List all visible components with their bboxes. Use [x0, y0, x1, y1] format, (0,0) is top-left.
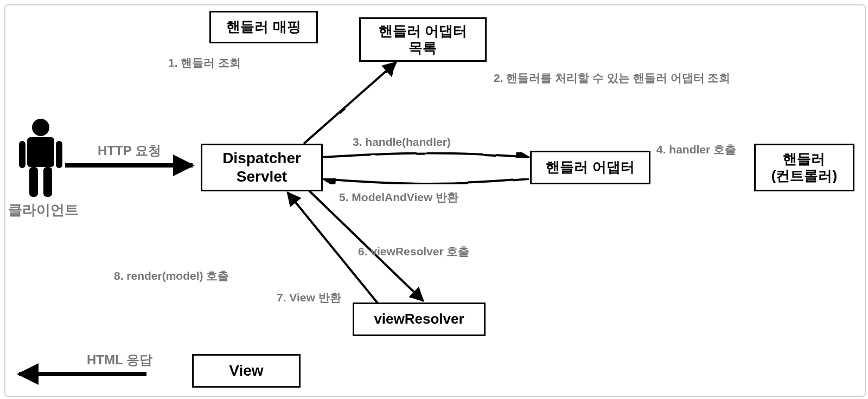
label-step-5: 5. ModelAndView 반환 — [339, 190, 458, 205]
svg-rect-4 — [29, 167, 38, 197]
svg-rect-2 — [19, 141, 25, 168]
node-dispatcher-l2: Servlet — [222, 168, 301, 186]
node-handler-l2: (컨트롤러) — [771, 168, 837, 184]
label-step-4: 4. handler 호출 — [656, 142, 736, 157]
label-step-1: 1. 핸들러 조회 — [168, 55, 241, 70]
svg-rect-1 — [27, 137, 54, 167]
label-step-6: 6. viewResolver 호출 — [358, 244, 469, 259]
arrow-step-2 — [304, 62, 396, 144]
svg-rect-5 — [43, 167, 52, 197]
node-handler-adapter-list-l2: 목록 — [379, 40, 467, 56]
label-step-7: 7. View 반환 — [277, 290, 341, 305]
svg-rect-3 — [56, 141, 62, 168]
label-step-8: 8. render(model) 호출 — [114, 268, 229, 284]
label-http-request: HTTP 요청 — [98, 142, 161, 159]
client-label: 클라이언트 — [8, 201, 79, 220]
node-handler-adapter-list-l1: 핸들러 어댑터 — [379, 23, 467, 40]
label-step-3: 3. handle(handler) — [353, 136, 451, 149]
node-handler-adapter: 핸들러 어댑터 — [530, 151, 650, 184]
diagram-frame: 핸들러 매핑 핸들러 어댑터 목록 Dispatcher Servlet 핸들러… — [4, 4, 866, 397]
arrow-step-5 — [323, 179, 529, 184]
node-view: View — [192, 354, 301, 388]
arrow-step-3 — [323, 153, 529, 158]
client-icon — [19, 119, 62, 197]
node-handler-l1: 핸들러 — [771, 151, 837, 168]
svg-point-0 — [32, 119, 49, 136]
node-view-resolver: viewResolver — [353, 303, 486, 336]
label-step-2: 2. 핸들러를 처리할 수 있는 핸들러 어댑터 조회 — [494, 70, 730, 86]
node-handler-adapter-list: 핸들러 어댑터 목록 — [359, 17, 487, 62]
label-html-response: HTML 응답 — [87, 351, 152, 369]
node-dispatcher-l1: Dispatcher — [222, 149, 301, 168]
node-handler-mapping: 핸들러 매핑 — [209, 11, 318, 43]
node-handler: 핸들러 (컨트롤러) — [754, 144, 854, 191]
node-dispatcher-servlet: Dispatcher Servlet — [201, 144, 323, 191]
